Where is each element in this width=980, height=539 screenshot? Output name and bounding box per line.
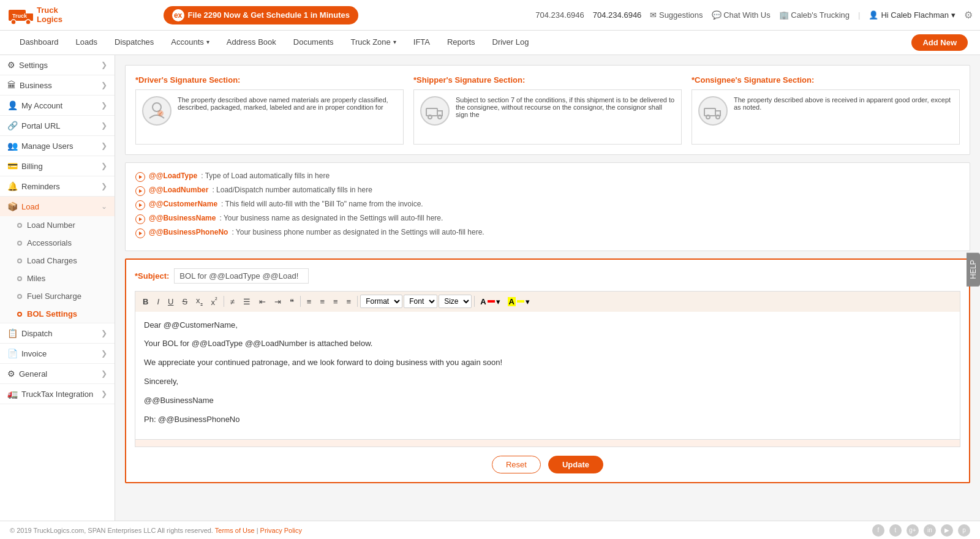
nav-truck-zone[interactable]: Truck Zone ▾ <box>344 31 404 55</box>
svg-rect-11 <box>704 108 715 116</box>
action-row: Reset Update <box>135 456 960 473</box>
chevron-icon: ❯ <box>101 141 107 150</box>
highlight-color-button[interactable]: A ▾ <box>505 295 533 308</box>
logo-truck: Truck <box>37 6 62 15</box>
logo-logics: Logics <box>37 15 62 24</box>
sidebar-item-my-account[interactable]: 👤My Account ❯ <box>0 96 115 115</box>
chevron-icon: ❯ <box>101 349 107 358</box>
superscript-button[interactable]: x² <box>208 294 221 309</box>
align-center-button[interactable]: ≡ <box>316 295 328 308</box>
sidebar-section-load: 📦Load ⌄ Load Number Accessorials Load Ch… <box>0 197 115 323</box>
update-button[interactable]: Update <box>548 456 603 473</box>
ordered-list-button[interactable]: ≠ <box>227 295 238 308</box>
sidebar-item-label: Load <box>21 202 39 211</box>
help-tab[interactable]: HELP <box>967 252 980 286</box>
blockquote-button[interactable]: ❝ <box>286 295 298 308</box>
consignee-sig-title: *Consignee's Signature Section: <box>692 75 960 85</box>
nav-accounts[interactable]: Accounts ▾ <box>164 31 216 55</box>
sidebar-subitem-miles[interactable]: Miles <box>0 270 115 287</box>
align-left-button[interactable]: ≡ <box>303 295 315 308</box>
indent-less-button[interactable]: ⇤ <box>255 295 270 308</box>
nav-address-book[interactable]: Address Book <box>219 31 284 55</box>
terms-link[interactable]: Terms of Use <box>215 527 255 534</box>
font-color-icon: A <box>480 297 486 306</box>
sidebar-item-invoice[interactable]: 📄Invoice ❯ <box>0 344 115 363</box>
shipper-sig-title: *Shipper's Signature Section: <box>413 75 682 85</box>
var-name: @@LoadType <box>149 172 197 180</box>
align-right-button[interactable]: ≡ <box>330 295 342 308</box>
sidebar-item-dispatch[interactable]: 📋Dispatch ❯ <box>0 323 115 343</box>
svg-point-12 <box>706 115 710 119</box>
body-line5: @@BusinessName <box>144 394 951 407</box>
indent-more-button[interactable]: ⇥ <box>271 295 285 308</box>
strikethrough-button[interactable]: S <box>178 295 191 308</box>
unordered-list-button[interactable]: ☰ <box>239 295 254 308</box>
cta-banner[interactable]: ex File 2290 Now & Get Schedule 1 in Min… <box>164 6 358 24</box>
chevron-icon: ❯ <box>101 182 107 190</box>
reset-button[interactable]: Reset <box>492 456 541 473</box>
linkedin-icon[interactable]: in <box>924 524 936 537</box>
sidebar-item-settings[interactable]: ⚙Settings ❯ <box>0 55 115 75</box>
editor-area[interactable]: Dear @@CustomerName, Your BOL for @@Load… <box>135 312 960 440</box>
pinterest-icon[interactable]: p <box>958 524 970 537</box>
reminders-icon: 🔔 <box>7 181 18 191</box>
googleplus-icon[interactable]: g+ <box>907 524 919 537</box>
format-select[interactable]: Format <box>360 295 402 308</box>
sidebar-subitem-load-number[interactable]: Load Number <box>0 216 115 234</box>
sidebar-item-general[interactable]: ⚙General ❯ <box>0 364 115 383</box>
sidebar-item-portal-url[interactable]: 🔗Portal URL ❯ <box>0 116 115 135</box>
suggestions-link[interactable]: ✉ Suggestions <box>650 10 703 20</box>
driver-person-icon: ✓ <box>147 101 167 121</box>
sidebar-subitem-bol-settings[interactable]: BOL Settings <box>0 305 115 323</box>
nav-bar: Dashboard Loads Dispatches Accounts ▾ Ad… <box>0 31 980 55</box>
var-item-business-phone: @@BusinessPhoneNo : Your business phone … <box>135 228 960 238</box>
youtube-icon[interactable]: ▶ <box>941 524 953 537</box>
nav-loads[interactable]: Loads <box>69 31 105 55</box>
sidebar-item-load[interactable]: 📦Load ⌄ <box>0 197 115 216</box>
bold-button[interactable]: B <box>139 295 152 308</box>
color-swatch <box>488 300 495 303</box>
sidebar-subitem-fuel-surcharge[interactable]: Fuel Surcharge <box>0 287 115 305</box>
nav-driver-log[interactable]: Driver Log <box>485 31 537 55</box>
subitem-label: BOL Settings <box>27 309 77 318</box>
nav-documents[interactable]: Documents <box>286 31 341 55</box>
company-name[interactable]: 🏢 Caleb's Trucking <box>779 10 850 20</box>
align-justify-button[interactable]: ≡ <box>343 295 355 308</box>
sidebar-item-business[interactable]: 🏛Business ❯ <box>0 75 115 95</box>
chat-link[interactable]: 💬 Chat With Us <box>712 10 771 20</box>
svg-point-5 <box>153 103 161 111</box>
ex-badge: ex <box>172 9 184 21</box>
dot-icon <box>17 223 22 228</box>
add-new-button[interactable]: Add New <box>911 34 968 51</box>
nav-ifta[interactable]: IFTA <box>406 31 437 55</box>
consignee-truck-icon <box>703 101 723 121</box>
nav-dispatches[interactable]: Dispatches <box>107 31 161 55</box>
sidebar-section-settings: ⚙Settings ❯ <box>0 55 115 75</box>
font-select[interactable]: Font <box>404 295 437 308</box>
chevron-icon: ❯ <box>101 61 107 69</box>
editor-toolbar: B I U S x₂ x² ≠ ☰ ⇤ ⇥ ❝ ≡ ≡ ≡ ≡ Format <box>135 291 960 312</box>
svg-point-9 <box>428 115 432 119</box>
sidebar-subitem-load-charges[interactable]: Load Charges <box>0 252 115 270</box>
sidebar-item-reminders[interactable]: 🔔Reminders ❯ <box>0 176 115 196</box>
general-icon: ⚙ <box>7 369 15 379</box>
nav-reports[interactable]: Reports <box>440 31 483 55</box>
sidebar-item-billing[interactable]: 💳Billing ❯ <box>0 156 115 176</box>
sidebar-item-trucktax[interactable]: 🚛TruckTax Integration ❯ <box>0 384 115 404</box>
subscript-button[interactable]: x₂ <box>192 294 206 309</box>
nav-dashboard[interactable]: Dashboard <box>12 31 66 55</box>
sidebar-item-manage-users[interactable]: 👥Manage Users ❯ <box>0 136 115 156</box>
cta-text: File 2290 Now & Get Schedule 1 in Minute… <box>188 10 350 20</box>
sidebar-subitem-accessorials[interactable]: Accessorials <box>0 234 115 252</box>
subject-input[interactable] <box>174 268 309 284</box>
facebook-icon[interactable]: f <box>872 524 884 537</box>
privacy-link[interactable]: Privacy Policy <box>260 527 302 534</box>
top-bar: Truck Truck Logics ex File 2290 Now & Ge… <box>0 0 980 31</box>
italic-button[interactable]: I <box>153 295 163 308</box>
size-select[interactable]: Size <box>439 295 472 308</box>
font-color-button[interactable]: A ▾ <box>477 295 503 308</box>
twitter-icon[interactable]: t <box>889 524 902 537</box>
underline-button[interactable]: U <box>164 295 177 308</box>
user-menu[interactable]: 👤 Hi Caleb Flachman ▾ <box>869 10 956 20</box>
settings-gear-icon[interactable]: ⚙ <box>964 9 973 21</box>
